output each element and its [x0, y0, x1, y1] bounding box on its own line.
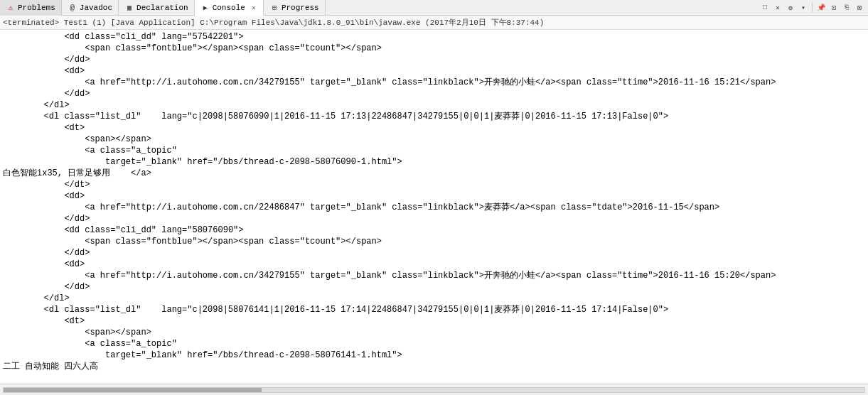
close-view-button[interactable]: ✕ — [772, 2, 783, 13]
code-line: </dd> — [0, 54, 868, 65]
line-content: target="_blank" href="/bbs/thread-c-2098… — [0, 350, 868, 361]
tab-progress-label: Progress — [282, 4, 319, 12]
view-menu-button[interactable]: ▾ — [798, 2, 809, 13]
separator — [812, 3, 813, 13]
code-line: <a href="http://i.autohome.com.cn/342791… — [0, 270, 868, 281]
code-line: target="_blank" href="/bbs/thread-c-2098… — [0, 156, 868, 168]
line-content: <dt> — [0, 315, 868, 327]
minimize-button[interactable]: □ — [759, 2, 771, 13]
code-line: target="_blank" href="/bbs/thread-c-2098… — [0, 350, 868, 361]
scrollbar-thumb[interactable] — [4, 388, 262, 392]
line-content: </dd> — [0, 247, 868, 259]
line-content: <a href="http://i.autohome.com.cn/224868… — [0, 202, 868, 213]
code-line: <dd> — [0, 190, 868, 202]
line-content: </dd> — [0, 213, 868, 224]
javadoc-icon: @ — [68, 3, 77, 13]
maximize-button[interactable]: ⊡ — [828, 2, 840, 13]
code-line: <dt> — [0, 122, 868, 134]
line-content: <dd> — [0, 65, 868, 77]
more-button[interactable]: ⊠ — [854, 2, 865, 13]
line-content: 二工 自动知能 四六人高 — [0, 361, 868, 372]
code-line: <span></span> — [0, 327, 868, 338]
line-content: </dl> — [0, 99, 868, 111]
restore-button[interactable]: ⎗ — [841, 2, 852, 13]
tab-problems-label: Problems — [18, 4, 55, 12]
code-line: <span class="fontblue"></span><span clas… — [0, 43, 868, 54]
code-line: <dl class="list_dl" lang="c|2098|5807614… — [0, 304, 868, 315]
code-line: <dl class="list_dl" lang="c|2098|5807609… — [0, 111, 868, 122]
scrollbar-area[interactable] — [0, 384, 868, 395]
code-line: <dd> — [0, 259, 868, 270]
line-content: 白色智能ix35, 日常足够用 </a> — [0, 168, 868, 179]
code-line: <span></span> — [0, 134, 868, 145]
code-line: <dd> — [0, 65, 868, 77]
line-content: </dt> — [0, 179, 868, 190]
line-content: <span class="fontblue"></span><span clas… — [0, 236, 868, 247]
code-line: </dd> — [0, 213, 868, 224]
line-content: <span class="fontblue"></span><span clas… — [0, 43, 868, 54]
line-content: <dd> — [0, 259, 868, 270]
line-content: <dl class="list_dl" lang="c|2098|5807614… — [0, 304, 868, 315]
tab-javadoc[interactable]: @ Javadoc — [62, 0, 119, 16]
line-content: </dd> — [0, 54, 868, 65]
tab-console[interactable]: ▶ Console ✕ — [195, 0, 264, 16]
code-line: </dl> — [0, 99, 868, 111]
line-content: <dt> — [0, 122, 868, 134]
tab-declaration-label: Declaration — [136, 4, 188, 12]
line-content: target="_blank" href="/bbs/thread-c-2098… — [0, 156, 868, 168]
pin-button[interactable]: 📌 — [815, 2, 827, 13]
line-content: <dd class="cli_dd" lang="57542201"> — [0, 31, 868, 43]
code-line: 白色智能ix35, 日常足够用 </a> — [0, 168, 868, 179]
declaration-icon: ▦ — [124, 3, 134, 13]
console-icon: ▶ — [200, 3, 210, 13]
code-line: <span class="fontblue"></span><span clas… — [0, 236, 868, 247]
tab-actions: □ ✕ ❂ ▾ 📌 ⊡ ⎗ ⊠ — [756, 0, 868, 16]
tab-declaration[interactable]: ▦ Declaration — [119, 0, 195, 16]
line-content: <dd class="cli_dd" lang="58076090"> — [0, 224, 868, 236]
line-content: <dd> — [0, 190, 868, 202]
console-close-button[interactable]: ✕ — [250, 3, 257, 13]
code-line: <a class="a_topic" — [0, 145, 868, 156]
code-area[interactable]: <dd class="cli_dd" lang="57542201"> <spa… — [0, 30, 868, 384]
line-content: <a class="a_topic" — [0, 145, 868, 156]
code-line: </dd> — [0, 88, 868, 99]
tab-progress[interactable]: ⊞ Progress — [264, 0, 326, 16]
code-line: <a href="http://i.autohome.com.cn/224868… — [0, 202, 868, 213]
line-content: <span></span> — [0, 134, 868, 145]
horizontal-scrollbar[interactable] — [3, 387, 865, 393]
tab-problems[interactable]: ⚠ Problems — [0, 0, 62, 16]
code-line: </dl> — [0, 293, 868, 304]
tab-javadoc-label: Javadoc — [80, 4, 112, 12]
code-line: <dt> — [0, 315, 868, 327]
line-content: <span></span> — [0, 327, 868, 338]
code-line: </dd> — [0, 247, 868, 259]
code-line: </dd> — [0, 281, 868, 293]
line-content: </dd> — [0, 88, 868, 99]
line-content: <a href="http://i.autohome.com.cn/342791… — [0, 77, 868, 88]
line-content: <a href="http://i.autohome.com.cn/342791… — [0, 270, 868, 281]
status-text: <terminated> Test1 (1) [Java Application… — [3, 17, 544, 28]
status-bar: <terminated> Test1 (1) [Java Application… — [0, 16, 868, 30]
line-content: </dl> — [0, 293, 868, 304]
code-line: <dd class="cli_dd" lang="58076090"> — [0, 224, 868, 236]
problems-icon: ⚠ — [6, 3, 16, 13]
progress-icon: ⊞ — [269, 3, 279, 13]
code-line: 二工 自动知能 四六人高 — [0, 361, 868, 372]
code-line: <a href="http://i.autohome.com.cn/342791… — [0, 77, 868, 88]
tab-bar: ⚠ Problems @ Javadoc ▦ Declaration ▶ Con… — [0, 0, 868, 16]
line-content: <dl class="list_dl" lang="c|2098|5807609… — [0, 111, 868, 122]
code-line: <a class="a_topic" — [0, 338, 868, 350]
code-line: <dd class="cli_dd" lang="57542201"> — [0, 31, 868, 43]
settings-button[interactable]: ❂ — [785, 2, 796, 13]
tab-console-label: Console — [213, 4, 245, 12]
code-line: </dt> — [0, 179, 868, 190]
line-content: <a class="a_topic" — [0, 338, 868, 350]
line-content: </dd> — [0, 281, 868, 293]
